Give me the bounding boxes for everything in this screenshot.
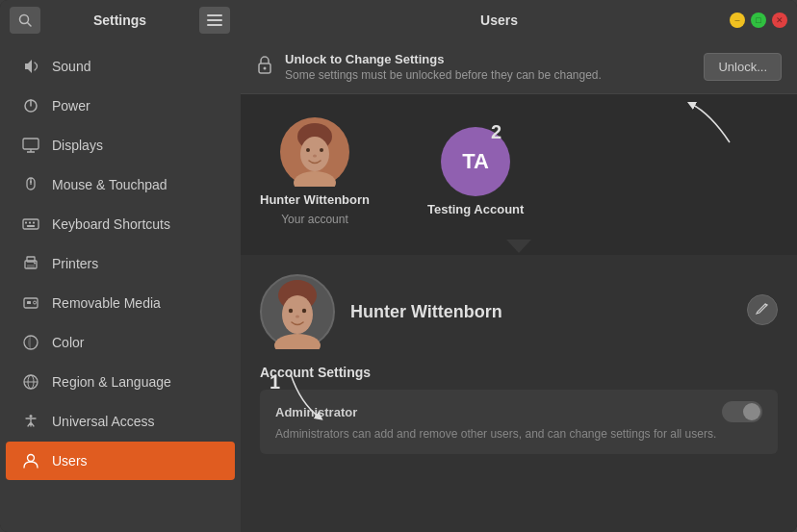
sidebar-item-sound[interactable]: Sound [6, 47, 235, 86]
svg-point-18 [34, 263, 36, 265]
region-icon [21, 372, 40, 392]
account-settings-title: Account Settings [260, 365, 778, 380]
primary-user-name: Hunter Wittenborn [260, 192, 370, 207]
annotation-2: 2 [491, 121, 501, 143]
svg-point-27 [28, 455, 35, 462]
primary-user-card[interactable]: Hunter Wittenborn Your account [260, 117, 370, 226]
svg-point-29 [264, 67, 267, 70]
unlock-description: Some settings must be unlocked before th… [285, 68, 692, 82]
sidebar-label-mouse: Mouse & Touchpad [52, 177, 167, 192]
close-button[interactable]: ✕ [772, 13, 787, 28]
sidebar-label-region: Region & Language [52, 374, 171, 390]
sidebar-item-color[interactable]: Color [6, 323, 235, 362]
secondary-user-name: Testing Account [427, 202, 524, 216]
svg-rect-12 [29, 222, 31, 224]
svg-point-33 [306, 148, 310, 152]
menu-icon [207, 14, 222, 16]
edit-icon [756, 303, 769, 317]
sidebar-item-users[interactable]: Users [6, 442, 235, 480]
color-icon [21, 333, 40, 352]
svg-point-34 [320, 148, 323, 152]
svg-point-9 [30, 181, 32, 183]
menu-button[interactable] [199, 7, 230, 34]
power-icon [21, 96, 40, 115]
svg-rect-11 [25, 222, 27, 224]
selected-user-header: Hunter Wittenborn 1 [241, 255, 797, 365]
svg-point-40 [289, 309, 293, 313]
svg-point-42 [296, 316, 299, 318]
svg-point-35 [313, 155, 317, 158]
content-area: Sound Power [0, 40, 797, 532]
sidebar-label-sound: Sound [52, 59, 90, 74]
unlock-banner: Unlock to Change Settings Some settings … [241, 40, 797, 94]
sidebar-label-printers: Printers [52, 256, 98, 271]
settings-label: Settings [48, 13, 192, 28]
window-controls: – □ ✕ [730, 13, 787, 28]
administrator-header: Administrator [275, 401, 762, 422]
svg-point-21 [34, 301, 37, 304]
edit-user-button[interactable] [747, 294, 778, 325]
administrator-toggle[interactable] [722, 401, 762, 422]
sidebar-item-region-language[interactable]: Region & Language [6, 363, 235, 401]
settings-window: Settings Users – □ ✕ Sound [0, 0, 797, 532]
removable-media-icon [21, 293, 40, 313]
primary-user-role: Your account [281, 213, 348, 226]
main-content: Unlock to Change Settings Some settings … [241, 40, 797, 532]
displays-icon [21, 136, 40, 155]
svg-point-26 [30, 415, 33, 418]
selection-indicator [241, 240, 797, 255]
svg-point-32 [300, 137, 329, 171]
minimize-button[interactable]: – [730, 13, 745, 28]
selected-user-avatar [260, 274, 335, 349]
keyboard-icon [21, 215, 40, 234]
menu-icon [207, 19, 222, 21]
sidebar-item-removable-media[interactable]: Removable Media [6, 284, 235, 322]
selected-user-name: Hunter Wittenborn [350, 302, 502, 322]
sidebar-item-universal-access[interactable]: Universal Access [6, 402, 235, 441]
maximize-button[interactable]: □ [751, 13, 766, 28]
svg-rect-20 [27, 301, 31, 304]
sound-icon [21, 57, 40, 76]
sidebar-label-users: Users [52, 453, 88, 469]
titlebar: Settings Users – □ ✕ [0, 0, 797, 40]
svg-rect-13 [33, 222, 35, 224]
svg-rect-17 [27, 265, 35, 268]
accessibility-icon [21, 412, 40, 431]
primary-user-avatar [280, 117, 349, 187]
svg-point-41 [302, 309, 306, 313]
svg-rect-4 [23, 139, 39, 149]
unlock-text: Unlock to Change Settings Some settings … [285, 52, 692, 82]
search-button[interactable] [10, 7, 40, 34]
unlock-button[interactable]: Unlock... [704, 53, 782, 81]
sidebar-label-universal-access: Universal Access [52, 414, 155, 429]
users-grid-wrapper: Hunter Wittenborn Your account TA Testin… [241, 94, 797, 241]
sidebar-label-keyboard: Keyboard Shortcuts [52, 216, 170, 232]
lock-icon [256, 55, 273, 79]
sidebar-label-power: Power [52, 98, 90, 114]
window-title: Users [427, 13, 571, 28]
sidebar-item-keyboard-shortcuts[interactable]: Keyboard Shortcuts [6, 205, 235, 243]
svg-line-1 [28, 23, 32, 27]
mouse-icon [21, 175, 40, 194]
printers-icon [21, 254, 40, 273]
sidebar-label-displays: Displays [52, 138, 103, 153]
selected-user-section: Hunter Wittenborn 1 [241, 255, 797, 532]
sidebar: Sound Power [0, 40, 241, 532]
annotation-arrow-1 [281, 374, 329, 422]
users-icon [21, 451, 40, 470]
secondary-user-card[interactable]: TA Testing Account [427, 127, 524, 216]
sidebar-label-color: Color [52, 335, 84, 350]
down-arrow [506, 240, 531, 255]
svg-rect-14 [27, 225, 35, 227]
menu-icon [207, 24, 222, 26]
sidebar-item-displays[interactable]: Displays [6, 126, 235, 165]
annotation-1: 1 [270, 371, 280, 393]
secondary-user-initials: TA [462, 149, 489, 174]
sidebar-item-power[interactable]: Power [6, 87, 235, 125]
sidebar-item-printers[interactable]: Printers [6, 244, 235, 283]
unlock-title: Unlock to Change Settings [285, 52, 692, 66]
administrator-row: Administrator Administrators can add and… [260, 390, 778, 454]
annotation-arrow-2 [681, 94, 739, 152]
sidebar-item-mouse-touchpad[interactable]: Mouse & Touchpad [6, 165, 235, 204]
svg-point-39 [282, 295, 313, 334]
